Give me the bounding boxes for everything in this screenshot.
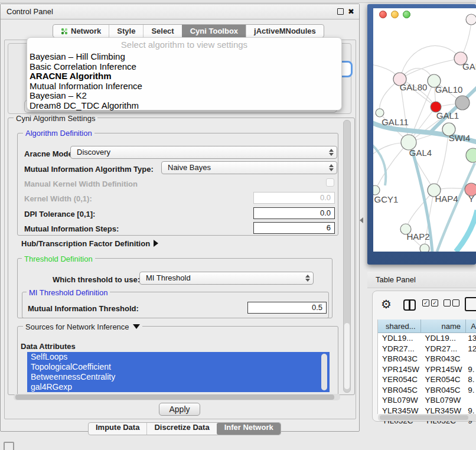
- float-panel-icon[interactable]: [337, 8, 344, 15]
- hub-section-label: Hub/Transcription Factor Definition: [21, 239, 150, 248]
- tab-jactivemnodules[interactable]: jActiveMNodules: [246, 25, 324, 37]
- unchecked-checkbox-icon[interactable]: [444, 299, 451, 306]
- table-row[interactable]: YBR045CYBR045C9.: [378, 385, 476, 396]
- which-threshold-combo[interactable]: MI Threshold: [139, 272, 314, 285]
- algorithm-option-basic-correlation-inference[interactable]: Basic Correlation Inference: [27, 62, 341, 72]
- column-header-shared[interactable]: shared...: [378, 319, 421, 333]
- tab-label: jActiveMNodules: [254, 27, 316, 35]
- close-panel-icon[interactable]: ✖: [348, 6, 354, 17]
- attribute-item-selfloops[interactable]: SelfLoops: [27, 352, 330, 362]
- mi-algorithm-type-combo[interactable]: Naive Bayes: [161, 161, 337, 174]
- table-panel-title: Table Panel: [376, 272, 416, 288]
- manual-kernel-checkbox[interactable]: [326, 178, 334, 187]
- network-canvas[interactable]: GALGAL80GAL10GAL1GAL11SWI4GAL4GCY1HAP4YH…: [373, 8, 476, 252]
- table-row[interactable]: YBL079WYBL079W: [378, 395, 476, 406]
- table-cell: YPR145W: [421, 364, 467, 375]
- table-cell: YBL079W: [378, 395, 421, 406]
- table-cell: 9.: [466, 364, 476, 375]
- attribute-item-gal4rgexp[interactable]: gal4RGexp: [27, 382, 330, 392]
- table-row[interactable]: YDL19...YDL19...13: [378, 333, 476, 344]
- split-collapse-handle[interactable]: [360, 217, 363, 223]
- settings-vertical-scrollbar-thumb[interactable]: [344, 323, 350, 389]
- gear-icon[interactable]: ⚙: [381, 297, 392, 311]
- sources-toggle[interactable]: Sources for Network Inference: [23, 322, 142, 331]
- node-label-gal11: GAL11: [382, 117, 409, 127]
- table-horizontal-scrollbar-thumb[interactable]: [380, 415, 468, 420]
- dpi-tolerance-field[interactable]: 0.0: [253, 207, 335, 219]
- table-panel: ⚙ ✓ ✓ shared...nameA YDL19...YDL19...13Y…: [372, 291, 476, 422]
- mi-threshold-definition-title: MI Threshold Definition: [27, 288, 110, 297]
- network-node[interactable]: [466, 14, 476, 25]
- bottom-tab-impute-data[interactable]: Impute Data: [89, 423, 146, 435]
- algorithm-option-aracne-algorithm[interactable]: ARACNE Algorithm: [27, 71, 341, 81]
- data-attributes-label: Data Attributes: [21, 342, 76, 351]
- table-row[interactable]: YPR145WYPR145W9.: [378, 364, 476, 375]
- node-label-gal4: GAL4: [409, 148, 432, 158]
- algorithm-option-bayesian-hill-climbing[interactable]: Bayesian – Hill Climbing: [27, 52, 341, 62]
- algorithm-option-bayesian-k2[interactable]: Bayesian – K2: [27, 91, 341, 101]
- algorithm-option-dream8-dc-tdc-algorithm[interactable]: Dream8 DC_TDC Algorithm: [27, 101, 341, 111]
- network-node[interactable]: [466, 148, 476, 162]
- mi-algorithm-type-label: Mutual Information Algorithm Type:: [24, 165, 154, 174]
- apply-button[interactable]: Apply: [159, 403, 200, 416]
- node-label-hap2: HAP2: [406, 231, 429, 242]
- bottom-tab-infer-network[interactable]: Infer Network: [217, 423, 281, 435]
- network-node[interactable]: [455, 96, 470, 110]
- tab-network[interactable]: Network: [53, 25, 109, 37]
- table-cell: YDR27...: [421, 344, 467, 354]
- settings-horizontal-scrollbar[interactable]: [14, 394, 340, 400]
- checked-checkbox-icon[interactable]: ✓: [431, 299, 438, 306]
- table-cell: YER054C: [378, 374, 421, 385]
- file-icon[interactable]: [465, 297, 476, 311]
- tab-label: Cyni Toolbox: [190, 27, 238, 35]
- network-node-gcy1[interactable]: [373, 185, 380, 195]
- network-node-gal11[interactable]: [376, 109, 384, 117]
- hub-section-toggle[interactable]: Hub/Transcription Factor Definition: [21, 239, 158, 248]
- mi-steps-field[interactable]: 6: [253, 222, 335, 234]
- table-cell: 12: [466, 344, 476, 354]
- table-row[interactable]: YBR043CYBR043C: [378, 354, 476, 364]
- bottom-tab-discretize-data[interactable]: Discretize Data: [146, 423, 216, 435]
- checked-checkbox-icon[interactable]: ✓: [422, 299, 429, 306]
- table-cell: 8.: [466, 374, 476, 385]
- algorithm-option-mutual-information-inference[interactable]: Mutual Information Inference: [27, 81, 341, 92]
- mi-threshold-label: Mutual Information Threshold:: [28, 304, 139, 313]
- mi-threshold-field[interactable]: 0.5: [247, 302, 327, 314]
- data-attributes-list[interactable]: SelfLoopsTopologicalCoefficientBetweenne…: [27, 352, 330, 392]
- control-panel-tab-bar: NetworkStyleSelectCyni ToolboxjActiveMNo…: [53, 24, 324, 38]
- network-window: GALGAL80GAL10GAL1GAL11SWI4GAL4GCY1HAP4YH…: [367, 4, 476, 265]
- minimized-panel-icon[interactable]: [4, 442, 14, 450]
- tab-style[interactable]: Style: [109, 25, 143, 37]
- attribute-item-betweennesscentrality[interactable]: BetweennessCentrality: [27, 372, 330, 382]
- kernel-width-field[interactable]: 0.0: [253, 192, 335, 204]
- tab-cyni-toolbox[interactable]: Cyni Toolbox: [182, 25, 246, 37]
- column-header-a[interactable]: A: [466, 319, 476, 333]
- unchecked-checkbox-icon[interactable]: [452, 299, 459, 306]
- attributes-scrollbar-thumb[interactable]: [321, 354, 327, 390]
- table-horizontal-scrollbar[interactable]: [378, 414, 476, 421]
- network-node[interactable]: [420, 244, 429, 252]
- network-graph: GALGAL80GAL10GAL1GAL11SWI4GAL4GCY1HAP4YH…: [373, 8, 476, 252]
- control-panel-titlebar: Control Panel ✖: [1, 4, 359, 19]
- table-cell: YDL19...: [378, 333, 421, 344]
- collapse-arrow-icon: [154, 240, 158, 247]
- network-thick-edges: [373, 85, 476, 252]
- node-label-swi4: SWI4: [449, 133, 471, 143]
- table-cell: YDR27...: [378, 344, 421, 354]
- node-label-gcy1: GCY1: [374, 194, 399, 204]
- table-row[interactable]: YER054CYER054C8.: [378, 374, 476, 385]
- column-header-name[interactable]: name: [421, 319, 467, 333]
- settings-horizontal-scrollbar-thumb[interactable]: [15, 394, 334, 400]
- node-label-y: Y: [468, 194, 474, 204]
- attribute-item-topologicalcoefficient[interactable]: TopologicalCoefficient: [27, 362, 330, 372]
- expand-arrow-icon: [133, 324, 140, 329]
- columns-icon[interactable]: [403, 299, 416, 311]
- top-divider: [0, 0, 476, 3]
- combo-spinner-icon: [305, 274, 310, 282]
- algorithm-dropdown-prompt: Select algorithm to view settings: [27, 38, 341, 52]
- table-row[interactable]: YDR27...YDR27...12: [378, 344, 476, 354]
- tab-select[interactable]: Select: [143, 25, 181, 37]
- tab-label: Select: [151, 27, 174, 35]
- aracne-mode-combo[interactable]: Discovery: [70, 146, 337, 159]
- table-cell: YPR145W: [378, 364, 421, 375]
